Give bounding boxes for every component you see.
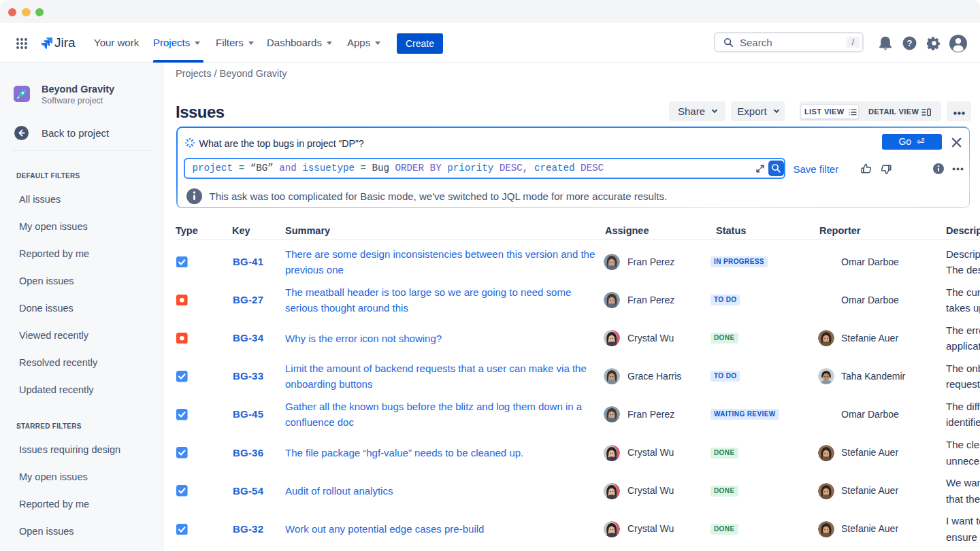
svg-text:?: ? bbox=[907, 38, 913, 48]
